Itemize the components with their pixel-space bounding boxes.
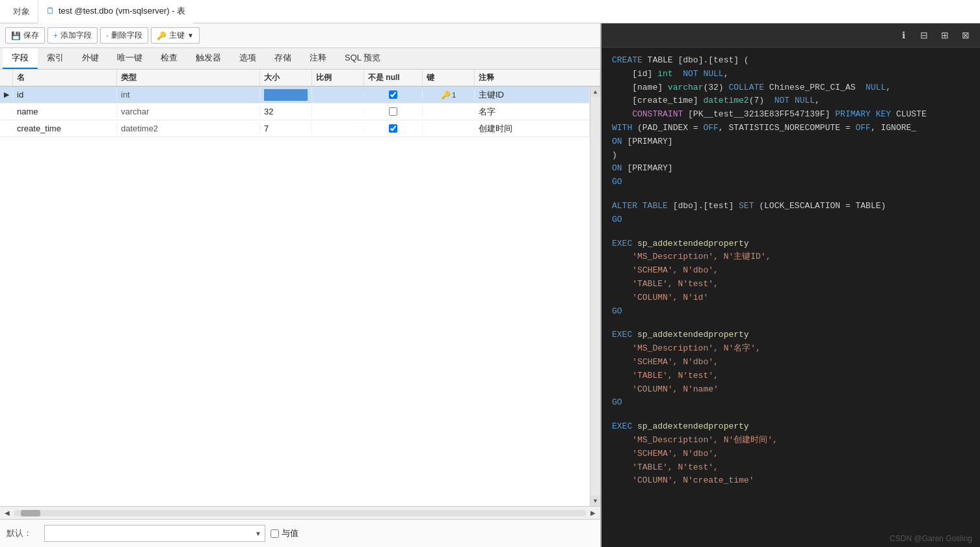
scroll-track[interactable] xyxy=(590,97,600,496)
cell-comment-id[interactable]: 主键ID xyxy=(475,88,590,102)
sql-line: 'SCHEMA', N'dbo', xyxy=(612,356,970,369)
scroll-right-button[interactable]: ▶ xyxy=(587,507,599,519)
toolbar: 💾 保存 + 添加字段 - 删除字段 🔑 主键 ▼ xyxy=(0,23,600,48)
tab-check[interactable]: 检查 xyxy=(152,48,187,69)
tab-comment[interactable]: 注释 xyxy=(300,48,336,69)
table-row[interactable]: ▶ id int 🔑1 主键ID xyxy=(0,87,590,103)
header-scale: 比例 xyxy=(312,70,364,86)
sql-line: 'COLUMN', N'name' xyxy=(612,383,970,397)
obj-tab-label: 对象 xyxy=(13,6,30,18)
cell-size-name[interactable]: 32 xyxy=(260,105,312,118)
cell-notnull-name[interactable] xyxy=(364,106,423,117)
cell-name-createtime[interactable]: create_time xyxy=(13,122,117,135)
cell-key-createtime xyxy=(423,127,475,130)
sql-line: [id] int NOT NULL, xyxy=(612,68,970,81)
vertical-scrollbar[interactable]: ▲ ▼ xyxy=(590,87,600,506)
tab-trigger[interactable]: 触发器 xyxy=(187,48,230,69)
sql-line: 'MS_Description', N'名字', xyxy=(612,342,970,356)
tab-unique[interactable]: 唯一键 xyxy=(108,48,152,69)
cell-type-name[interactable]: varchar xyxy=(117,105,260,118)
tab-sql-preview[interactable]: SQL 预览 xyxy=(336,48,390,69)
column-headers: 名 类型 大小 比例 不是 null 键 注释 xyxy=(0,70,600,87)
save-icon: 💾 xyxy=(11,31,21,40)
add-icon: + xyxy=(53,31,58,40)
default-label: 默认： xyxy=(7,527,39,539)
with-value-checkbox[interactable] xyxy=(271,529,279,538)
sql-line: 'TABLE', N'test', xyxy=(612,461,970,475)
cell-notnull-createtime[interactable] xyxy=(364,123,423,134)
main-tab[interactable]: 🗒 test @test.dbo (vm-sqlserver) - 表 xyxy=(38,0,193,23)
layout3-button[interactable]: ⊠ xyxy=(958,27,973,43)
sql-block-exec-name: EXEC sp_addextendedproperty 'MS_Descript… xyxy=(612,328,970,410)
sql-content[interactable]: CREATE TABLE [dbo].[test] ( [id] int NOT… xyxy=(602,47,980,530)
tab-fields[interactable]: 字段 xyxy=(3,48,38,69)
header-arrow xyxy=(0,70,13,86)
obj-tab[interactable]: 对象 xyxy=(5,0,38,23)
cell-name-id[interactable]: id xyxy=(13,88,117,101)
notnull-checkbox-createtime[interactable] xyxy=(389,124,397,133)
cell-scale-createtime[interactable] xyxy=(312,127,364,130)
cell-size-createtime[interactable]: 7 xyxy=(260,122,312,135)
left-panel: 💾 保存 + 添加字段 - 删除字段 🔑 主键 ▼ 字段 索引 外键 唯一键 xyxy=(0,23,602,547)
tab-index[interactable]: 索引 xyxy=(38,48,73,69)
tab-foreign-key[interactable]: 外键 xyxy=(73,48,108,69)
notnull-checkbox-id[interactable] xyxy=(389,90,397,99)
cell-name-name[interactable]: name xyxy=(13,105,117,118)
sql-line: GO xyxy=(612,396,970,410)
cell-comment-name[interactable]: 名字 xyxy=(475,105,590,119)
scroll-down-button[interactable]: ▼ xyxy=(590,496,601,506)
scroll-up-button[interactable]: ▲ xyxy=(590,87,601,97)
sql-block-exec-createtime: EXEC sp_addextendedproperty 'MS_Descript… xyxy=(612,420,970,488)
tab-storage[interactable]: 存储 xyxy=(265,48,300,69)
sql-line: EXEC sp_addextendedproperty xyxy=(612,420,970,434)
sql-line: EXEC sp_addextendedproperty xyxy=(612,237,970,251)
cell-scale-id[interactable] xyxy=(312,94,364,96)
sql-line: CREATE TABLE [dbo].[test] ( xyxy=(612,54,970,68)
header-name: 名 xyxy=(13,70,117,86)
sql-line: GO xyxy=(612,213,970,227)
with-value-check[interactable]: 与值 xyxy=(271,527,298,539)
sql-line: 'COLUMN', N'id' xyxy=(612,291,970,305)
layout1-button[interactable]: ⊟ xyxy=(916,27,932,43)
primary-key-button[interactable]: 🔑 主键 ▼ xyxy=(151,27,200,44)
cell-size-id[interactable] xyxy=(260,88,312,102)
sql-line: 'COLUMN', N'create_time' xyxy=(612,474,970,488)
header-not-null: 不是 null xyxy=(364,70,423,86)
sql-line: 'SCHEMA', N'dbo', xyxy=(612,447,970,461)
scroll-left-button[interactable]: ◀ xyxy=(1,507,13,519)
tab-options[interactable]: 选项 xyxy=(230,48,265,69)
key-icon: 🔑 xyxy=(157,31,166,40)
sql-line: GO xyxy=(612,305,970,319)
sql-line: 'TABLE', N'test', xyxy=(612,278,970,291)
row-arrow-createtime xyxy=(0,127,13,130)
notnull-checkbox-name[interactable] xyxy=(389,107,397,116)
sql-line: 'SCHEMA', N'dbo', xyxy=(612,264,970,278)
sql-line: EXEC sp_addextendedproperty xyxy=(612,328,970,342)
table-row[interactable]: create_time datetime2 7 创建时间 xyxy=(0,120,590,137)
bottom-area: 默认： ▼ 与值 xyxy=(0,519,600,547)
default-select[interactable] xyxy=(44,525,265,542)
cell-notnull-id[interactable] xyxy=(364,89,423,100)
cell-type-id[interactable]: int xyxy=(117,88,260,101)
info-button[interactable]: ℹ xyxy=(895,27,911,43)
sql-line: ON [PRIMARY] xyxy=(612,135,970,149)
layout2-button[interactable]: ⊞ xyxy=(937,27,953,43)
h-scroll-thumb[interactable] xyxy=(21,510,40,516)
horizontal-scrollbar[interactable]: ◀ ▶ xyxy=(0,506,600,519)
right-toolbar: ℹ ⊟ ⊞ ⊠ xyxy=(602,23,980,47)
default-select-wrapper: ▼ xyxy=(44,525,265,542)
cell-comment-createtime[interactable]: 创建时间 xyxy=(475,122,590,136)
table-icon: 🗒 xyxy=(46,6,55,16)
sql-line: ALTER TABLE [dbo].[test] SET (LOCK_ESCAL… xyxy=(612,200,970,213)
key-num-id: 1 xyxy=(452,91,456,99)
save-button[interactable]: 💾 保存 xyxy=(5,27,45,44)
cell-scale-name[interactable] xyxy=(312,111,364,113)
add-field-button[interactable]: + 添加字段 xyxy=(47,27,98,44)
sql-line: 'TABLE', N'test', xyxy=(612,369,970,383)
table-row[interactable]: name varchar 32 名字 xyxy=(0,103,590,120)
sql-line: 'MS_Description', N'主键ID', xyxy=(612,250,970,264)
cell-type-createtime[interactable]: datetime2 xyxy=(117,122,260,135)
delete-field-button[interactable]: - 删除字段 xyxy=(100,27,148,44)
h-scroll-track[interactable] xyxy=(14,510,586,516)
sql-block-exec-id: EXEC sp_addextendedproperty 'MS_Descript… xyxy=(612,237,970,319)
